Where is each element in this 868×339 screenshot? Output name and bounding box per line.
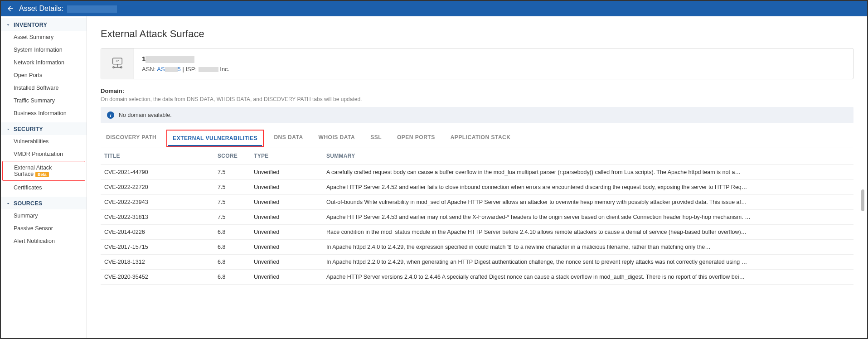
tab-label: SSL: [370, 134, 382, 140]
th-title[interactable]: TITLE: [101, 147, 214, 165]
domain-desc: On domain selection, the data from DNS D…: [101, 96, 853, 102]
cell-score: 7.5: [214, 165, 250, 179]
table-row[interactable]: CVE-2020-354526.8UnverifiedApache HTTP S…: [101, 269, 853, 284]
sidebar: INVENTORYAsset SummarySystem Information…: [1, 16, 87, 338]
sidebar-item-label: Passive Sensor: [14, 225, 53, 232]
sidebar-item-certificates[interactable]: Certificates: [1, 181, 87, 194]
chevron-down-icon: [5, 126, 11, 132]
cell-score: 7.5: [214, 209, 250, 224]
sidebar-item-passive-sensor[interactable]: Passive Sensor: [1, 222, 87, 235]
sidebar-item-label: Network Information: [14, 59, 64, 66]
domain-label: Domain:: [101, 87, 853, 94]
sidebar-item-network-information[interactable]: Network Information: [1, 56, 87, 69]
sidebar-item-system-information[interactable]: System Information: [1, 44, 87, 56]
cell-summary: Race condition in the mod_status module …: [323, 224, 853, 239]
cell-score: 6.8: [214, 224, 250, 239]
cell-title: CVE-2022-31813: [101, 209, 214, 224]
cell-type: Unverified: [250, 194, 323, 209]
cell-title: CVE-2021-44790: [101, 165, 214, 179]
ip-icon: IP: [101, 48, 134, 79]
tab-open-ports[interactable]: OPEN PORTS: [392, 130, 441, 147]
ip-prefix: 1: [142, 55, 145, 63]
table-row[interactable]: CVE-2022-239437.5UnverifiedOut-of-bounds…: [101, 194, 853, 209]
header-asset-redacted: [67, 5, 117, 13]
sidebar-section-label: SECURITY: [14, 126, 43, 132]
sidebar-item-label: Summary: [14, 213, 38, 219]
isp-redacted: [199, 67, 218, 72]
cell-type: Unverified: [250, 254, 323, 269]
sidebar-item-label: VMDR Prioritization: [14, 151, 63, 157]
isp-suffix: Inc.: [220, 66, 229, 73]
sidebar-section-sources[interactable]: SOURCES: [1, 197, 87, 209]
tab-external-vulnerabilities[interactable]: EXTERNAL VULNERABILITIES: [166, 130, 264, 147]
cell-summary: In Apache httpd 2.2.0 to 2.4.29, when ge…: [323, 254, 853, 269]
tab-application-stack[interactable]: APPLICATION STACK: [445, 130, 516, 147]
asn-isp-line: ASN: AS5 | ISP: Inc.: [142, 66, 845, 73]
main-content: External Attack Surface IP 1: [87, 16, 867, 338]
table-row[interactable]: CVE-2017-157156.8UnverifiedIn Apache htt…: [101, 239, 853, 254]
cell-title: CVE-2018-1312: [101, 254, 214, 269]
cell-summary: Apache HTTP Server versions 2.4.0 to 2.4…: [323, 269, 853, 284]
chevron-down-icon: [5, 22, 11, 28]
sidebar-item-traffic-summary[interactable]: Traffic Summary: [1, 94, 87, 107]
domain-alert: i No domain available.: [101, 107, 853, 123]
sidebar-item-label: System Information: [14, 47, 63, 53]
sidebar-item-open-ports[interactable]: Open Ports: [1, 69, 87, 82]
cell-summary: Apache HTTP Server 2.4.53 and earlier ma…: [323, 209, 853, 224]
cell-title: CVE-2020-35452: [101, 269, 214, 284]
tab-discovery-path[interactable]: DISCOVERY PATH: [101, 130, 162, 147]
sidebar-item-installed-software[interactable]: Installed Software: [1, 82, 87, 94]
cell-score: 7.5: [214, 179, 250, 194]
tab-whois-data[interactable]: WHOIS DATA: [313, 130, 361, 147]
sidebar-item-label: Asset Summary: [14, 34, 53, 40]
sidebar-item-label: Certificates: [14, 184, 42, 191]
chevron-down-icon: [5, 201, 11, 206]
tab-label: EXTERNAL VULNERABILITIES: [173, 135, 257, 141]
sidebar-item-vulnerabilities[interactable]: Vulnerabilities: [1, 135, 87, 148]
th-summary[interactable]: SUMMARY: [323, 147, 853, 165]
tab-label: OPEN PORTS: [397, 134, 435, 140]
cell-type: Unverified: [250, 209, 323, 224]
sidebar-item-label: Business Information: [14, 110, 67, 116]
ip-address: 1: [142, 55, 845, 63]
sidebar-section-inventory[interactable]: INVENTORY: [1, 18, 87, 31]
sidebar-item-vmdr-prioritization[interactable]: VMDR Prioritization: [1, 148, 87, 160]
table-row[interactable]: CVE-2014-02266.8UnverifiedRace condition…: [101, 224, 853, 239]
table-row[interactable]: CVE-2021-447907.5UnverifiedA carefully c…: [101, 165, 853, 179]
cell-title: CVE-2022-22720: [101, 179, 214, 194]
cell-summary: In Apache httpd 2.4.0 to 2.4.29, the exp…: [323, 239, 853, 254]
tab-ssl[interactable]: SSL: [365, 130, 387, 147]
cell-score: 6.8: [214, 239, 250, 254]
tab-label: WHOIS DATA: [319, 134, 355, 140]
asn-label: ASN:: [142, 66, 155, 73]
isp-label: ISP:: [185, 66, 197, 73]
sidebar-item-business-information[interactable]: Business Information: [1, 107, 87, 120]
asn-link[interactable]: AS5: [157, 66, 181, 73]
sidebar-item-alert-notification[interactable]: Alert Notification: [1, 235, 87, 247]
cell-title: CVE-2022-23943: [101, 194, 214, 209]
table-row[interactable]: CVE-2022-318137.5UnverifiedApache HTTP S…: [101, 209, 853, 224]
cell-summary: Out-of-bounds Write vulnerability in mod…: [323, 194, 853, 209]
tab-label: DISCOVERY PATH: [106, 134, 156, 140]
table-row[interactable]: CVE-2022-227207.5UnverifiedApache HTTP S…: [101, 179, 853, 194]
sidebar-section-security[interactable]: SECURITY: [1, 122, 87, 135]
cell-summary: Apache HTTP Server 2.4.52 and earlier fa…: [323, 179, 853, 194]
th-type[interactable]: TYPE: [250, 147, 323, 165]
sidebar-item-sources-summary[interactable]: Summary: [1, 209, 87, 222]
th-score[interactable]: SCORE: [214, 147, 250, 165]
cell-title: CVE-2017-15715: [101, 239, 214, 254]
info-icon: i: [107, 111, 114, 119]
tab-dns-data[interactable]: DNS DATA: [268, 130, 308, 147]
scrollbar-thumb[interactable]: [861, 189, 864, 211]
sidebar-item-label: Open Ports: [14, 72, 42, 78]
table-row[interactable]: CVE-2018-13126.8UnverifiedIn Apache http…: [101, 254, 853, 269]
cell-summary: A carefully crafted request body can cau…: [323, 165, 853, 179]
sidebar-item-asset-summary[interactable]: Asset Summary: [1, 31, 87, 44]
back-arrow-icon[interactable]: [5, 4, 15, 14]
tab-label: DNS DATA: [274, 134, 303, 140]
ip-info-card: IP 1 ASN: AS5 | ISP:: [101, 48, 853, 79]
sidebar-item-external-attack-surface[interactable]: External Attack SurfaceBeta: [2, 161, 85, 181]
cell-type: Unverified: [250, 165, 323, 179]
vuln-table: TITLE SCORE TYPE SUMMARY CVE-2021-447907…: [101, 147, 853, 285]
sidebar-item-label: Alert Notification: [14, 238, 55, 244]
